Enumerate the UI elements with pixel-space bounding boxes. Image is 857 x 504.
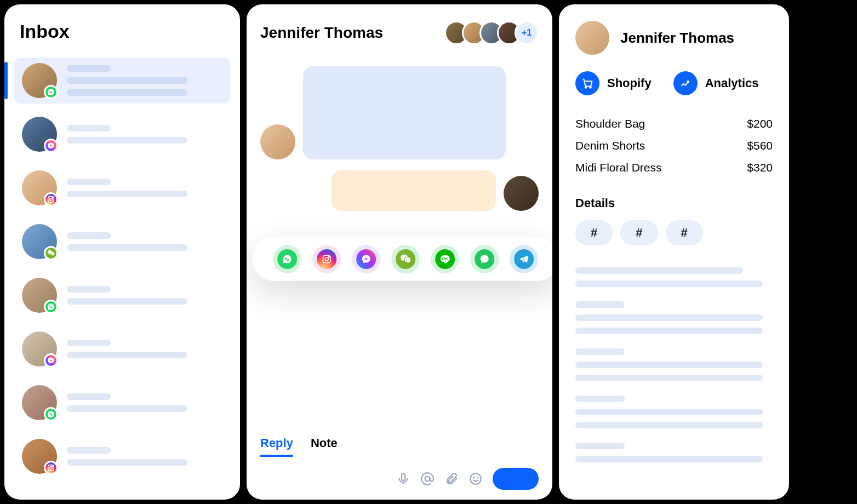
placeholder-block bbox=[575, 301, 773, 334]
inbox-item[interactable] bbox=[14, 433, 230, 479]
attachment-icon[interactable] bbox=[444, 472, 459, 486]
products-list: Shoulder Bag$200Denim Shorts$560Midi Flo… bbox=[575, 117, 773, 174]
channel-line-button[interactable]: LINELINE bbox=[431, 245, 459, 273]
tab-note[interactable]: Note bbox=[311, 436, 338, 457]
inbox-text bbox=[67, 125, 222, 144]
mention-icon[interactable] bbox=[420, 472, 435, 486]
svg-point-4 bbox=[50, 467, 53, 469]
inbox-item[interactable] bbox=[14, 272, 230, 318]
inbox-title: Inbox bbox=[20, 21, 230, 42]
inbox-text bbox=[67, 340, 222, 358]
inbox-item[interactable] bbox=[14, 380, 230, 426]
svg-point-15 bbox=[477, 477, 478, 478]
cart-icon bbox=[575, 71, 599, 95]
message-row-incoming bbox=[260, 66, 539, 159]
placeholder bbox=[67, 179, 111, 185]
product-price: $200 bbox=[747, 117, 773, 130]
participants[interactable]: +1 bbox=[444, 21, 539, 45]
svg-point-1 bbox=[50, 198, 53, 201]
avatar-wrap bbox=[22, 117, 57, 152]
quick-actions: Shopify Analytics bbox=[575, 71, 773, 95]
product-name: Denim Shorts bbox=[575, 139, 645, 152]
channel-messenger-button[interactable] bbox=[352, 245, 380, 273]
channel-whatsapp-button[interactable] bbox=[273, 245, 301, 273]
inbox-text bbox=[67, 393, 222, 412]
placeholder bbox=[67, 244, 187, 251]
placeholder bbox=[67, 286, 111, 293]
message-avatar bbox=[504, 176, 539, 211]
inbox-item[interactable] bbox=[14, 111, 230, 157]
product-price: $320 bbox=[747, 161, 773, 174]
inbox-item[interactable] bbox=[14, 219, 230, 265]
svg-point-7 bbox=[325, 257, 328, 261]
whatsapp-icon bbox=[44, 407, 58, 421]
svg-point-5 bbox=[53, 466, 53, 466]
mic-icon[interactable] bbox=[396, 472, 410, 486]
emoji-icon[interactable] bbox=[469, 472, 483, 486]
inbox-text bbox=[67, 179, 222, 197]
avatar-wrap bbox=[22, 224, 57, 259]
placeholder bbox=[67, 405, 187, 412]
action-analytics[interactable]: Analytics bbox=[673, 71, 759, 95]
placeholder-block bbox=[575, 348, 773, 381]
placeholder bbox=[67, 125, 111, 131]
tag[interactable]: # bbox=[575, 220, 613, 245]
message-bubble-incoming bbox=[303, 66, 506, 159]
instagram-icon bbox=[44, 192, 58, 207]
channel-instagram-button[interactable] bbox=[312, 245, 341, 273]
placeholder-block bbox=[575, 443, 773, 462]
inbox-text bbox=[67, 286, 222, 305]
participants-more[interactable]: +1 bbox=[515, 21, 539, 45]
messenger-icon bbox=[44, 353, 58, 368]
placeholder bbox=[67, 459, 187, 466]
inbox-text bbox=[67, 447, 222, 466]
svg-point-8 bbox=[329, 256, 330, 257]
svg-text:LINE: LINE bbox=[442, 257, 448, 260]
compose-tabs: Reply Note bbox=[260, 436, 539, 457]
details-header: Jennifer Thomas bbox=[575, 21, 773, 55]
placeholder bbox=[67, 340, 111, 346]
svg-point-14 bbox=[473, 477, 474, 478]
inbox-item[interactable] bbox=[14, 326, 230, 372]
tag[interactable]: # bbox=[620, 220, 658, 245]
action-shopify[interactable]: Shopify bbox=[575, 71, 652, 95]
chat-panel: Jennifer Thomas +1 LINELINE bbox=[247, 4, 552, 500]
placeholder bbox=[67, 447, 111, 454]
svg-point-2 bbox=[53, 197, 53, 198]
message-avatar bbox=[260, 124, 295, 159]
action-analytics-label: Analytics bbox=[705, 76, 759, 90]
chat-header: Jennifer Thomas +1 bbox=[260, 21, 539, 55]
tag[interactable]: # bbox=[666, 220, 703, 245]
placeholder bbox=[67, 191, 187, 197]
whatsapp-icon bbox=[44, 85, 58, 99]
channel-telegram-button[interactable] bbox=[510, 245, 538, 273]
inbox-item[interactable] bbox=[14, 58, 230, 104]
placeholder bbox=[67, 232, 111, 239]
tab-reply[interactable]: Reply bbox=[260, 436, 293, 457]
placeholder bbox=[67, 137, 187, 144]
inbox-text bbox=[67, 65, 222, 96]
chat-footer: Reply Note bbox=[260, 427, 539, 490]
placeholder bbox=[67, 298, 187, 305]
messenger-icon bbox=[44, 139, 58, 153]
action-shopify-label: Shopify bbox=[607, 76, 652, 90]
compose-toolbar bbox=[260, 468, 539, 490]
avatar-wrap bbox=[22, 170, 57, 205]
channels-bar: LINELINE bbox=[252, 237, 552, 281]
channel-wechat-button[interactable] bbox=[391, 245, 420, 273]
send-button[interactable] bbox=[493, 468, 539, 490]
inbox-item[interactable] bbox=[14, 165, 230, 211]
product-name: Shoulder Bag bbox=[575, 117, 645, 130]
inbox-list bbox=[14, 58, 230, 479]
instagram-icon bbox=[44, 461, 58, 475]
contact-name: Jennifer Thomas bbox=[620, 30, 734, 47]
placeholder-block bbox=[575, 267, 773, 287]
divider bbox=[260, 427, 539, 427]
message-bubble-note bbox=[332, 170, 496, 211]
channel-sms-button[interactable] bbox=[470, 245, 499, 273]
product-row: Midi Floral Dress$320 bbox=[575, 161, 773, 174]
product-row: Shoulder Bag$200 bbox=[575, 117, 773, 130]
details-panel: Jennifer Thomas Shopify Analytics Should… bbox=[559, 4, 789, 500]
contact-avatar bbox=[575, 21, 609, 55]
avatar-wrap bbox=[22, 385, 57, 420]
